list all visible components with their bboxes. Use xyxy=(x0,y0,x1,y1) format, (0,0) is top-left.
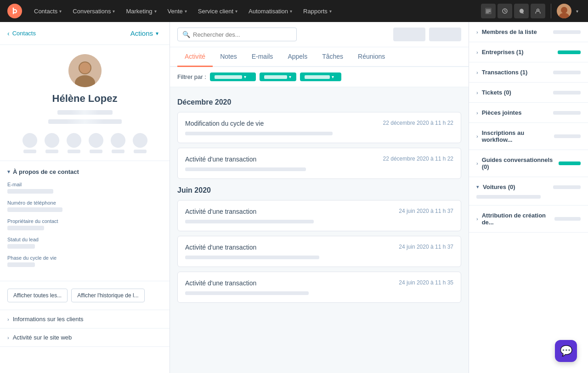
activity-card-0-1: Activité d'une transaction 22 décembre 2… xyxy=(177,148,461,179)
tab-emails[interactable]: E-mails xyxy=(244,47,281,67)
service-chevron-icon: ▾ xyxy=(235,9,237,14)
right-section-attribution-header[interactable]: › Attribution de création de... xyxy=(476,212,581,226)
right-section-guides-chevron-icon: › xyxy=(476,161,478,166)
skel-btn-2 xyxy=(429,28,461,41)
search-right-skels xyxy=(393,28,461,41)
tab-appels[interactable]: Appels xyxy=(280,47,315,67)
right-section-membres-header[interactable]: › Membres de la liste xyxy=(476,28,581,35)
lifecycle-field: Phase du cycle de vie xyxy=(7,255,162,267)
activity-content: Décembre 2020 Modification du cycle de v… xyxy=(170,87,469,315)
tab-notes[interactable]: Notes xyxy=(213,47,244,67)
nav-conversations[interactable]: Conversations ▾ xyxy=(68,5,119,17)
right-section-transactions-header[interactable]: › Transactions (1) xyxy=(476,69,581,76)
right-section-membres-title: Membres de la liste xyxy=(482,28,537,35)
activity-date-1-2: 24 juin 2020 à 11 h 35 xyxy=(399,279,453,286)
right-section-workflow-header[interactable]: › Inscriptions au workflow... xyxy=(476,129,581,143)
search-input[interactable] xyxy=(193,31,292,38)
activity-title-0-1: Activité d'une transaction xyxy=(185,156,256,163)
activity-skel-1-0 xyxy=(185,220,314,223)
nav-icon-btn-2[interactable] xyxy=(498,4,512,18)
show-history-button[interactable]: Afficher l'historique de l... xyxy=(71,289,144,302)
right-section-entreprises-header[interactable]: › Entreprises (1) xyxy=(476,49,581,56)
activity-title-1-0: Activité d'une transaction xyxy=(185,208,256,215)
svg-rect-4 xyxy=(486,11,491,12)
right-section-entreprises: › Entreprises (1) xyxy=(469,42,588,62)
nav-icon-btn-3[interactable] xyxy=(514,4,529,18)
right-section-tickets: › Tickets (0) xyxy=(469,83,588,103)
search-icon: 🔍 xyxy=(182,31,190,38)
left-panel: ‹ Contacts Actions ▾ Hélène Lopez xyxy=(0,22,170,373)
contact-action-note[interactable] xyxy=(111,133,125,153)
activity-title-1-2: Activité d'une transaction xyxy=(185,279,256,287)
right-section-voitures-body xyxy=(476,195,581,199)
lifecycle-skeleton xyxy=(7,262,35,267)
right-section-attribution-chevron-icon: › xyxy=(476,216,478,222)
right-section-entreprises-title: Entreprises (1) xyxy=(482,49,524,56)
contact-action-call[interactable] xyxy=(45,133,59,153)
hubspot-logo[interactable] xyxy=(7,4,22,18)
nav-rapports[interactable]: Rapports ▾ xyxy=(299,5,336,17)
filter-chip-3[interactable]: ▾ xyxy=(300,72,341,81)
filter-chip-3-chevron: ▾ xyxy=(332,74,334,79)
activity-date-1-0: 24 juin 2020 à 11 h 37 xyxy=(399,208,453,214)
nav-icon-btn-4[interactable] xyxy=(531,4,545,18)
show-all-button[interactable]: Afficher toutes les... xyxy=(7,289,68,302)
contact-action-more[interactable] xyxy=(133,133,147,153)
back-arrow-icon: ‹ xyxy=(7,30,10,37)
right-section-voitures-header[interactable]: ▾ Voitures (0) xyxy=(476,184,581,190)
right-panel: › Membres de la liste › Entreprises (1) … xyxy=(469,22,588,373)
tab-activite[interactable]: Activité xyxy=(177,47,213,67)
marketing-chevron-icon: ▾ xyxy=(154,9,157,14)
about-section-toggle[interactable]: ▾ À propos de ce contact xyxy=(7,168,162,175)
right-section-pieces-skel xyxy=(553,111,581,115)
nav-contacts[interactable]: Contacts ▾ xyxy=(29,5,66,17)
contact-action-meeting[interactable] xyxy=(89,133,103,153)
site-activity-section[interactable]: › Activité sur le site web xyxy=(0,328,170,347)
activity-title-0-0: Modification du cycle de vie xyxy=(185,120,264,127)
activity-card-1-0: Activité d'une transaction 24 juin 2020 … xyxy=(177,200,461,231)
nav-icon-group: ▾ xyxy=(481,4,581,18)
activity-card-0-0: Modification du cycle de vie 22 décembre… xyxy=(177,112,461,143)
app-layout: ‹ Contacts Actions ▾ Hélène Lopez xyxy=(0,22,588,373)
nav-service[interactable]: Service client ▾ xyxy=(193,5,242,17)
filter-chip-2-chevron: ▾ xyxy=(289,74,291,79)
nav-automatisation[interactable]: Automatisation ▾ xyxy=(244,5,297,17)
nav-vente[interactable]: Vente ▾ xyxy=(163,5,192,17)
right-section-tickets-title: Tickets (0) xyxy=(482,89,511,96)
tab-reunions[interactable]: Réunions xyxy=(351,47,392,67)
user-avatar[interactable] xyxy=(557,4,571,18)
right-section-membres-skel xyxy=(553,30,581,34)
contact-action-task[interactable] xyxy=(67,133,81,153)
nav-icon-btn-1[interactable] xyxy=(481,4,496,18)
right-section-voitures-title: Voitures (0) xyxy=(483,184,515,190)
info-clients-section[interactable]: › Informations sur les clients xyxy=(0,310,170,328)
breadcrumb[interactable]: ‹ Contacts xyxy=(7,30,36,37)
filter-chip-1[interactable]: ▾ xyxy=(210,72,256,81)
right-section-attribution: › Attribution de création de... xyxy=(469,206,588,233)
right-section-guides-header[interactable]: › Guides conversationnels (0) xyxy=(476,156,581,170)
filter-chip-2[interactable]: ▾ xyxy=(260,72,296,81)
right-section-pieces-header[interactable]: › Pièces jointes xyxy=(476,109,581,116)
filter-label: Filtrer par : xyxy=(177,73,206,80)
right-section-tickets-chevron-icon: › xyxy=(476,90,478,95)
activity-tabs: Activité Notes E-mails Appels Tâches Réu… xyxy=(170,47,469,67)
vente-chevron-icon: ▾ xyxy=(185,9,187,14)
activity-date-1-1: 24 juin 2020 à 11 h 37 xyxy=(399,244,453,250)
right-section-guides-skel xyxy=(559,161,581,165)
tab-taches[interactable]: Tâches xyxy=(315,47,351,67)
actions-button[interactable]: Actions ▾ xyxy=(127,28,162,39)
contact-action-email[interactable] xyxy=(23,133,37,153)
contact-subtitle-skeleton xyxy=(48,119,122,124)
svg-rect-5 xyxy=(486,12,489,13)
chat-bubble[interactable]: 💬 xyxy=(555,340,577,362)
automatisation-chevron-icon: ▾ xyxy=(290,9,292,14)
right-section-attribution-skel xyxy=(554,217,581,221)
nav-marketing[interactable]: Marketing ▾ xyxy=(121,5,161,17)
contact-profile: Hélène Lopez xyxy=(0,45,170,161)
contact-name: Hélène Lopez xyxy=(52,93,118,105)
right-section-tickets-header[interactable]: › Tickets (0) xyxy=(476,89,581,96)
search-input-wrap[interactable]: 🔍 xyxy=(177,28,297,41)
conversations-chevron-icon: ▾ xyxy=(113,9,115,14)
phone-field: Numéro de téléphone xyxy=(7,200,162,212)
avatar-dropdown-icon[interactable]: ▾ xyxy=(573,4,581,18)
